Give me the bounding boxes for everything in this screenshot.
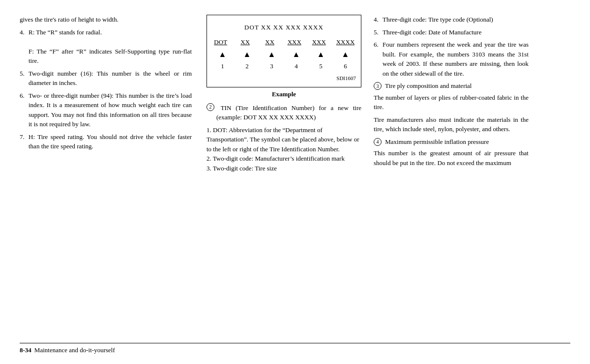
diagram-nums: 1 2 3 4 5 6: [212, 61, 356, 71]
arrow-4: ▲: [289, 49, 304, 60]
diagram-cell-xx2: XX: [263, 37, 277, 47]
diagram-cell-dot: DOT: [213, 37, 228, 47]
content-area: gives the tire's ratio of height to widt…: [20, 15, 570, 338]
diagram-cell-xxx1: XXX: [287, 37, 302, 47]
num-5: 5: [314, 61, 328, 71]
page: gives the tire's ratio of height to widt…: [0, 0, 590, 364]
num-3: 3: [265, 61, 279, 71]
item-text: Two- or three-digit number (94): This nu…: [29, 91, 192, 129]
circle-number-4: 4: [374, 138, 382, 146]
num-2: 2: [240, 61, 255, 71]
arrow-5: ▲: [314, 49, 328, 60]
diagram-arrows: ▲ ▲ ▲ ▲ ▲ ▲: [212, 49, 356, 60]
diagram-cell-xxxx: XXXX: [336, 37, 355, 47]
left-column: gives the tire's ratio of height to widt…: [20, 15, 202, 338]
diagram-row: DOT XX XX XXX XXX XXXX: [212, 37, 356, 47]
middle-column: DOT XX XX XXX XXXX DOT XX XX XXX XXX XXX…: [202, 15, 366, 338]
arrow-1: ▲: [215, 49, 230, 60]
arrow-6: ▲: [338, 49, 353, 60]
item-text: H: Tire speed rating. You should not dri…: [29, 132, 192, 151]
diagram-cell-xx1: XX: [238, 37, 253, 47]
footer: 8-34 Maintenance and do-it-yourself: [20, 343, 570, 354]
section-3-para-2: Tire manufacturers also must indicate th…: [374, 115, 529, 134]
section-3-para-1: The number of layers or plies of rubber-…: [374, 93, 529, 112]
item-number: 6.: [20, 91, 29, 129]
list-item: 3. Two-digit code: Tire size: [206, 164, 361, 173]
section-4-heading: 4 Maximum permissible inflation pressure: [374, 137, 529, 147]
item-number: 4.: [20, 28, 29, 66]
list-item: 5. Two-digit number (16): This number is…: [20, 69, 192, 88]
item-number: 7.: [20, 132, 29, 151]
item-text: R: The “R” stands for radial. F: The “F”…: [29, 28, 192, 66]
item-number: 1.: [206, 126, 211, 134]
diagram-top-line: DOT XX XX XXX XXXX: [212, 23, 356, 32]
footer-page-number: 8-34: [20, 346, 31, 354]
diagram-cell-xxx2: XXX: [312, 37, 326, 47]
list-item: 6. Four numbers represent the week and y…: [374, 40, 529, 78]
list-item: 6. Two- or three-digit number (94): This…: [20, 91, 192, 129]
item-text: Two-digit code: Tire size: [213, 165, 277, 172]
list-item: 4. R: The “R” stands for radial. F: The …: [20, 28, 192, 66]
circle-number-3: 3: [374, 82, 382, 90]
item-text: Three-digit code: Date of Manufacture: [383, 28, 529, 37]
item-text: Four numbers represent the week and year…: [383, 40, 529, 78]
list-item: 5. Three-digit code: Date of Manufacture: [374, 28, 529, 37]
diagram-box: DOT XX XX XXX XXXX DOT XX XX XXX XXX XXX…: [206, 15, 361, 87]
list-item: 4. Three-digit code: Tire type code (Opt…: [374, 15, 529, 25]
intro-text: gives the tire's ratio of height to widt…: [20, 15, 192, 25]
footer-text: Maintenance and do-it-yourself: [34, 346, 115, 354]
item-number: 3.: [206, 165, 211, 172]
list-item: 1. DOT: Abbreviation for the “Department…: [206, 125, 361, 154]
item-number: 4.: [374, 15, 383, 25]
num-6: 6: [338, 61, 353, 71]
diagram-caption: Example: [206, 89, 361, 99]
item-number: 6.: [374, 40, 383, 78]
item-text: Two-digit code: Manufacturer’s identific…: [213, 155, 345, 162]
item-text: Three-digit code: Tire type code (Option…: [383, 15, 529, 25]
section-4-para: This number is the greatest amount of ai…: [374, 148, 529, 168]
item-number: 5.: [20, 69, 29, 88]
circle-number-2: 2: [206, 103, 214, 111]
item-text: DOT: Abbreviation for the “Department of…: [206, 126, 359, 153]
section-3-heading-text: Tire ply composition and material: [384, 81, 472, 91]
item-number: 5.: [374, 28, 383, 37]
list-item: 2. Two-digit code: Manufacturer’s identi…: [206, 154, 361, 164]
section-3-heading: 3 Tire ply composition and material: [374, 81, 529, 91]
item-number: 2.: [206, 155, 211, 162]
arrow-2: ▲: [240, 49, 255, 60]
item-text: Two-digit number (16): This number is th…: [29, 69, 192, 88]
num-4: 4: [289, 61, 304, 71]
num-1: 1: [215, 61, 230, 71]
list-item: 7. H: Tire speed rating. You should not …: [20, 132, 192, 151]
section-4-heading-text: Maximum permissible inflation pressure: [384, 137, 489, 147]
mid-intro: 2 TIN (Tire Identification Number) for a…: [206, 103, 361, 122]
right-column: 4. Three-digit code: Tire type code (Opt…: [366, 15, 529, 338]
mid-intro-text: TIN (Tire Identification Number) for a n…: [216, 103, 361, 122]
arrow-3: ▲: [265, 49, 279, 60]
diagram-sdl-label: SDI1607: [212, 74, 356, 83]
